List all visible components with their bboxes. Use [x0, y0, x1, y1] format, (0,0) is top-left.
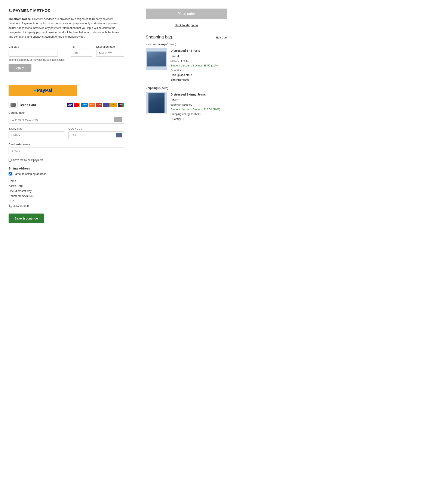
credit-card-section: Credit Card VISA AMEX DISC CUP DI JCB Ca… — [9, 102, 124, 162]
mastercard-icon — [74, 103, 81, 107]
shipping-group-label: Shipping (1 item) — [146, 86, 227, 90]
billing-address-block: Home Karen Berg One Microsoft way Redmon… — [9, 178, 124, 208]
jeans-shipping-charges: Shipping charges: $6.95 — [170, 112, 220, 116]
edit-cart-link[interactable]: Edit Cart — [216, 36, 227, 39]
card-number-label: Card number — [9, 111, 124, 114]
phone-icon: 📞 — [9, 203, 12, 208]
same-address-label: Same as shipping address — [13, 172, 46, 176]
save-payment-checkbox[interactable] — [9, 158, 12, 162]
credit-card-label: Credit Card — [9, 102, 36, 108]
expiry-input[interactable] — [9, 131, 64, 139]
jeans-price-new: $166.50 — [182, 102, 192, 107]
cart-item-shorts: Distressed 3" Shorts Size: 4 $85.00 $76.… — [146, 48, 227, 82]
cup-icon: CUP — [96, 103, 102, 107]
gift-card-input[interactable] — [9, 50, 58, 57]
shorts-image — [146, 48, 167, 70]
billing-title: Billing address — [9, 167, 124, 170]
important-notice: Important Notice. Payment services are p… — [9, 17, 124, 39]
address-line1: Home — [9, 178, 124, 183]
card-icon-box — [9, 102, 18, 108]
cardholder-input[interactable] — [9, 147, 124, 155]
jeans-img-placeholder — [149, 93, 164, 113]
paypal-button[interactable]: P PayPal — [9, 85, 77, 96]
shorts-price-original: $85.00 — [170, 59, 179, 63]
card-number-input-wrapper — [9, 116, 124, 124]
payment-section-title: 3. PAYMENT METHOD — [9, 9, 124, 13]
gift-card-label: Gift card — [9, 45, 66, 48]
save-payment-checkbox-group: Save for my next payment — [9, 158, 124, 162]
save-payment-label: Save for my next payment — [13, 158, 43, 162]
visa-icon: VISA — [67, 103, 73, 107]
pin-label: PIN — [71, 45, 92, 48]
discover-icon: DISC — [88, 103, 95, 107]
card-chip-icon — [11, 103, 16, 107]
back-to-shopping-link[interactable]: Back to shopping — [146, 24, 227, 27]
shorts-name: Distressed 3" Shorts — [170, 48, 219, 54]
gift-card-note: Your gift card may or may not include th… — [9, 58, 124, 61]
paypal-p-icon: P — [33, 88, 37, 93]
address-line4: Redmond WA 98055 — [9, 194, 124, 198]
di-icon: DI — [110, 103, 117, 107]
paypal-text: PayPal — [37, 88, 52, 93]
shorts-size: Size: 4 — [170, 54, 219, 59]
paypal-section: P PayPal — [9, 85, 124, 96]
shopping-bag-title: Shopping bag — [146, 35, 172, 40]
jeans-quantity: Quantity: 1 — [170, 117, 220, 121]
shorts-discount: Student discount: Savings $8.50 (10%) — [170, 63, 219, 68]
shorts-details: Distressed 3" Shorts Size: 4 $85.00 $76.… — [170, 48, 219, 82]
gift-expiry-label: Expiration date — [96, 45, 124, 48]
jeans-name: Distressed Skinny Jeans — [170, 92, 220, 97]
gift-expiry-group: Expiration date — [96, 45, 124, 57]
shorts-pickup-label: Pick up at a store — [170, 73, 219, 77]
gift-pin-group: PIN — [71, 45, 92, 57]
jeans-price-original: $185.00 — [170, 102, 181, 107]
shorts-price-new: $76.50 — [181, 59, 189, 63]
amex-icon: AMEX — [81, 103, 88, 107]
jeans-discount: Student discount: Savings $18.50 (10%) — [170, 107, 220, 112]
phone-row: 📞 4257058000 — [9, 203, 124, 208]
place-order-button[interactable]: Place order — [146, 9, 227, 19]
shorts-quantity: Quantity: 1 — [170, 68, 219, 73]
phone-number: 4257058000 — [13, 203, 29, 208]
jcb-icon: JCB — [118, 103, 124, 107]
expiry-cvc-row: Expiry date CVC / CVV — [9, 127, 124, 143]
shorts-img-placeholder — [147, 52, 166, 67]
jeans-details: Distressed Skinny Jeans Size: 2 $185.00 … — [170, 92, 220, 121]
cardholder-field: Cardholder name — [9, 143, 124, 155]
cart-item-jeans: Distressed Skinny Jeans Size: 2 $185.00 … — [146, 92, 227, 121]
save-continue-button[interactable]: Save & continue — [9, 213, 44, 223]
address-line5: USA — [9, 199, 124, 203]
card-brand-icons: VISA AMEX DISC CUP DI JCB — [67, 103, 124, 107]
address-line3: One Microsoft way — [9, 188, 124, 194]
expiry-field: Expiry date — [9, 127, 64, 139]
cvc-field: CVC / CVV — [69, 127, 124, 139]
shipping-section: Shipping (1 item) Distressed Skinny Jean… — [146, 86, 227, 121]
cardholder-label: Cardholder name — [9, 143, 124, 146]
cvc-label: CVC / CVV — [69, 127, 124, 130]
maestro-icon — [103, 103, 110, 107]
cvc-icon — [116, 133, 122, 137]
jeans-price-row: $185.00 $166.50 — [170, 102, 220, 107]
gift-expiry-input[interactable] — [96, 50, 124, 57]
notice-bold: Important Notice. — [9, 17, 31, 20]
same-address-checkbox[interactable] — [9, 172, 12, 176]
expiry-label: Expiry date — [9, 127, 64, 130]
credit-card-header: Credit Card VISA AMEX DISC CUP DI JCB — [9, 102, 124, 108]
card-type-icon — [114, 117, 122, 122]
card-number-field: Card number — [9, 111, 124, 124]
divider — [9, 81, 124, 81]
cvc-input[interactable] — [69, 131, 124, 139]
apply-button[interactable]: Apply — [9, 64, 31, 72]
credit-card-text: Credit Card — [20, 103, 36, 107]
shopping-bag-header: Shopping bag Edit Cart — [146, 35, 227, 40]
jeans-image — [146, 92, 167, 114]
shorts-price-row: $85.00 $76.50 — [170, 59, 219, 63]
card-number-input[interactable] — [9, 116, 124, 124]
gift-card-number-group: Gift card — [9, 45, 66, 57]
gift-card-section: Gift card PIN Expiration date Your gift … — [9, 45, 124, 77]
billing-same-checkbox-group: Same as shipping address — [9, 172, 124, 176]
billing-section: Billing address Same as shipping address… — [9, 167, 124, 208]
pin-input[interactable] — [71, 50, 92, 57]
jeans-size: Size: 2 — [170, 98, 220, 102]
instore-group-label: In-store pickup (1 item) — [146, 43, 411, 46]
